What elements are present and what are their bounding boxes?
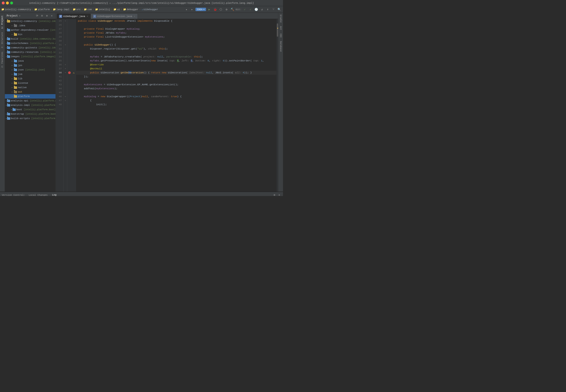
tree-item-analysis-api[interactable]: ▸ analysis-api [intellij.platform.analys… <box>5 98 56 103</box>
version-control-header: Version Control: Local Changes Log ⚙ ✕ <box>0 192 283 196</box>
tree-item-java[interactable]: ▸ java <box>5 59 56 63</box>
project-panel-title: Project <box>7 14 18 17</box>
warning-stripe <box>277 28 278 28</box>
code-line-25: public class UiDebugger extends JPanel i… <box>76 19 276 23</box>
git-refresh[interactable]: ↺ <box>260 7 264 12</box>
breakpoint-marker[interactable] <box>68 71 71 74</box>
tree-item-platform[interactable]: ▾ platform <box>5 94 56 98</box>
tree-item-jvm[interactable]: ▸ jvm <box>5 72 56 76</box>
sidebar-tab-structure[interactable]: 2: Structure <box>0 30 4 50</box>
code-line-33 <box>76 51 276 55</box>
right-tab-database[interactable]: Database <box>279 39 283 54</box>
tree-item-aether[interactable]: ▸ aether-dependency-resolver [intellij.j… <box>5 28 56 32</box>
git-clock[interactable]: 🕐 <box>254 7 259 12</box>
tree-item-analysis-impl[interactable]: ▸ analysis-impl [intellij.platform.analy… <box>5 103 56 107</box>
tab-close-icon-2[interactable]: ✕ <box>134 15 135 18</box>
vc-settings-icon[interactable]: ⚙ <box>272 193 276 196</box>
tab-uidebuggerext[interactable]: J UiDebuggerExtension.java ✕ <box>91 14 138 19</box>
tree-item-colorschemes[interactable]: ▸ colorSchemes [intellij.platform.colorS… <box>5 41 56 45</box>
tree-item-build-scripts[interactable]: ▸ build-scripts [intellij.platform.build… <box>5 116 56 121</box>
breadcrumb-debugger[interactable]: 📁 debugger <box>123 8 138 11</box>
tree-item-bootstrap[interactable]: ▸ bootstrap [intellij.platform.bootstrap… <box>5 112 56 116</box>
tab-log[interactable]: Log <box>51 193 57 196</box>
maximize-button[interactable] <box>10 1 13 4</box>
breadcrumb-intellij[interactable]: 📁 intellij-community <box>1 8 31 11</box>
editor-scrollbar[interactable] <box>276 19 278 192</box>
window-title: intellij-community [~/IdeaProjects/intel… <box>29 2 254 4</box>
breadcrumb-src[interactable]: 📁 src <box>73 8 81 11</box>
tree-item-resources[interactable]: ▸ community-resources [intellij.idea.com… <box>5 50 56 54</box>
build-button[interactable]: 🔨 <box>230 7 235 12</box>
idea-dropdown[interactable]: IDEA ▾ <box>195 8 206 11</box>
breadcrumb-platform[interactable]: 📁 platform <box>34 8 50 11</box>
code-line-38: public UiDecoration getDeDecoration() { … <box>76 71 276 75</box>
tree-item-idea[interactable]: ▸ .idea <box>5 23 56 28</box>
git-check[interactable]: ✓ <box>242 7 247 12</box>
close-panel-icon[interactable]: ✕ <box>50 14 54 18</box>
tree-item-license[interactable]: ▸ license <box>5 81 56 85</box>
right-tab-gradle[interactable]: Gradle <box>279 13 283 24</box>
sidebar-tab-favorites[interactable]: 2: Favorites <box>0 50 4 69</box>
tree-item-guitests[interactable]: ▸ community-guitests [intellij.idea.comm… <box>5 45 56 50</box>
breadcrumb-intellij2[interactable]: 📁 intellij <box>95 8 110 11</box>
code-line-35: myTabs.getPresentation().setInnerInsets(… <box>76 59 276 63</box>
run-button[interactable]: ▶ <box>207 7 212 12</box>
tree-item-native[interactable]: ▸ native <box>5 85 56 90</box>
settings-icon[interactable]: ⚙ <box>45 14 49 18</box>
java-icon-2: J <box>93 15 96 18</box>
tree-item-root[interactable]: ▾ intellij-community [intellij.idea.comm… <box>5 19 56 23</box>
breadcrumb-com[interactable]: 📁 com <box>84 8 92 11</box>
breadcrumb-uidebugger[interactable]: ☕ UiDebugger <box>142 8 158 11</box>
code-line-34: myTabs = JBTabsFactory.createTabs( proje… <box>76 55 276 59</box>
code-line-36: @Override <box>76 63 276 67</box>
git-check2[interactable]: ✓ <box>248 7 253 12</box>
java-icon: J <box>59 15 62 18</box>
folder-icon <box>7 20 10 23</box>
right-sidebar: Gradle Ant CDI Database <box>278 13 283 192</box>
back-button[interactable]: ◂ <box>184 7 189 12</box>
debug-button[interactable]: 🐞 <box>213 7 218 12</box>
nav-bar: 📁 intellij-community › 📁 platform › 📁 la… <box>0 6 283 13</box>
forward-button[interactable]: ▸ <box>190 7 195 12</box>
code-line-47: { <box>76 98 276 102</box>
code-line-37: @NotNull <box>76 67 276 71</box>
left-sidebar-tabs: 1: Project 2: Structure 2: Favorites <box>0 13 5 192</box>
minimize-button[interactable] <box>6 1 9 4</box>
sidebar-tab-project[interactable]: 1: Project <box>0 14 4 30</box>
warning-icon: ⚠ <box>73 71 75 74</box>
code-line-31: public UiDebugger() { <box>76 43 276 47</box>
tree-item-images[interactable]: ▸ images [intellij.platform.images] <box>5 54 56 59</box>
tab-uidebugger[interactable]: J UiDebugger.java ✕ <box>57 14 91 19</box>
git-push[interactable]: ⬆ <box>265 7 270 12</box>
fold-column: ▾ ▾ ▾ ▾ ▾ ▾ ▾ <box>64 19 67 192</box>
tree-item-out[interactable]: ▸ out <box>5 90 56 94</box>
file-tree: ▾ intellij-community [intellij.idea.comm… <box>5 19 56 192</box>
coverage-button[interactable]: ⬡ <box>218 7 223 12</box>
tree-item-build[interactable]: ▸ build [intellij.idea.community.build] <box>5 37 56 41</box>
right-tab-cdi[interactable]: CDI <box>279 32 283 39</box>
search-everywhere-button[interactable]: 🔍 <box>277 7 282 12</box>
tab-close-icon[interactable]: ✕ <box>87 15 88 18</box>
collapse-all-icon[interactable]: ⊟ <box>40 14 44 18</box>
sync-icon[interactable]: ⟳ <box>35 14 39 18</box>
code-line-32: Disposer.register(Disposer.get("ui"), ch… <box>76 47 276 51</box>
tree-item-lib[interactable]: ▸ lib <box>5 76 56 81</box>
code-line-30 <box>76 39 276 43</box>
code-content[interactable]: public class UiDebugger extends JPanel i… <box>76 19 276 192</box>
git-branch[interactable]: ⑂ <box>271 7 276 12</box>
right-tab-ant[interactable]: Ant <box>279 24 283 32</box>
tree-item-bin[interactable]: ▸ bin <box>5 32 56 37</box>
tree-item-boot[interactable]: ▸ boot [intellij.platform.boot] <box>5 107 56 112</box>
tree-item-jps[interactable]: ▸ jps <box>5 63 56 68</box>
breadcrumb-ui[interactable]: 📁 ui <box>113 8 120 11</box>
tab-local-changes[interactable]: Local Changes <box>28 193 49 196</box>
scrollbar-thumb[interactable] <box>277 23 278 37</box>
code-line-27: private final DialogWrapper myDialog; <box>76 27 276 31</box>
vc-close-icon[interactable]: ✕ <box>277 193 281 196</box>
code-line-29: private final List<UiDebuggerExtension> … <box>76 35 276 39</box>
close-button[interactable] <box>2 1 5 4</box>
nav-actions: ◂ ▸ IDEA ▾ ▶ 🐞 ⬡ ⚙ 🔨 Git: ✓ ✓ 🕐 ↺ ⬆ ⑂ 🔍 <box>184 7 282 12</box>
tree-item-json[interactable]: ▸ json [intellij.json] <box>5 68 56 72</box>
profile-button[interactable]: ⚙ <box>224 7 229 12</box>
breadcrumb-lang-impl[interactable]: 📁 lang-impl <box>53 8 69 11</box>
